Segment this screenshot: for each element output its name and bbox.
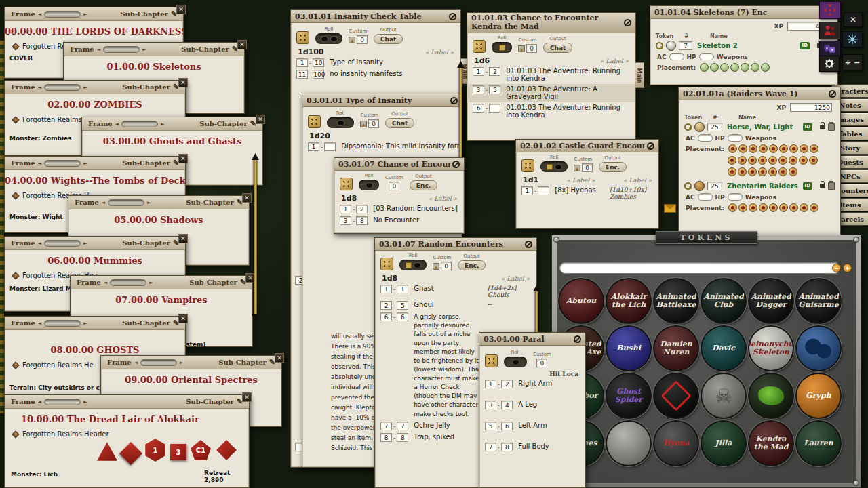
table-row[interactable]: 5-6Left Arm	[479, 420, 585, 432]
table-row[interactable]: 1-10Type of Insanity	[291, 57, 460, 68]
encounter-window-raiders[interactable]: 02.01.01a (Raiders Wave 1) XP1250 Token#…	[678, 87, 841, 243]
range-to-field[interactable]: 10	[313, 58, 324, 67]
prev-arrow-icon[interactable]: ◄	[97, 46, 100, 52]
row-secondary-label[interactable]: [1d4+2x] Ghouls	[488, 285, 531, 298]
placement-token-group[interactable]	[728, 203, 818, 212]
story-title[interactable]: 01.00.00 Skeletons	[64, 62, 244, 72]
prev-arrow-icon[interactable]: ◄	[38, 11, 41, 17]
placement-token[interactable]	[800, 144, 808, 153]
roll-die-button[interactable]	[380, 258, 393, 270]
custom-count-field[interactable]: 0	[368, 119, 379, 128]
roll-die-button[interactable]	[296, 31, 309, 44]
next-arrow-icon[interactable]: ►	[142, 46, 146, 52]
range-from-field[interactable]: 1	[380, 285, 392, 293]
placement-token[interactable]	[758, 167, 767, 176]
placement-token-group[interactable]	[728, 156, 818, 165]
placement-token-group[interactable]	[728, 167, 797, 176]
range-to-field[interactable]: 1	[397, 285, 408, 293]
close-icon[interactable]: ✕	[178, 234, 188, 243]
npc-name-link[interactable]: Zhentarim Raiders wave 1	[727, 182, 798, 190]
frame-slider[interactable]	[108, 199, 144, 206]
prev-arrow-icon[interactable]: ◄	[102, 199, 105, 205]
custom-count-field[interactable]: 0	[536, 359, 547, 367]
gem-bullet-icon[interactable]	[12, 116, 19, 123]
table-row[interactable]: 1-201.01.03 The Adventure: Running into …	[467, 66, 635, 84]
table-window-chance-of-encounter[interactable]: 03.01.07 Chance of Encounter Roll Custom…	[334, 157, 465, 234]
range-from-field[interactable]: 3	[473, 85, 484, 94]
range-from-field[interactable]: 6	[473, 104, 484, 113]
close-icon[interactable]: ✕	[176, 5, 186, 14]
npc-count-field[interactable]: 7	[679, 41, 692, 50]
token-alokkair-the-lich[interactable]: Alokkair the Lich	[607, 279, 650, 323]
range-to-field[interactable]: 2	[501, 380, 513, 388]
table-row[interactable]: 6-01.01.03 The Adventure: Running into K…	[467, 102, 635, 121]
hp-field[interactable]	[699, 53, 714, 60]
token-animated-guisarme[interactable]: Animated Guisarme	[797, 279, 840, 323]
story-title[interactable]: 00.00.00 THE LORDS OF DARKNESS	[5, 26, 183, 37]
placement-token[interactable]	[768, 167, 777, 176]
placement-token[interactable]	[769, 203, 778, 212]
row-label[interactable]: No Encounter	[373, 216, 458, 224]
d10-die-icon[interactable]: C1	[191, 440, 211, 460]
tab-main[interactable]: Main	[635, 62, 644, 88]
npc-token-thumb[interactable]	[666, 41, 676, 51]
next-arrow-icon[interactable]: ►	[83, 11, 87, 17]
ac-field[interactable]	[698, 134, 713, 142]
placement-token[interactable]	[778, 167, 787, 176]
custom-toggle[interactable]: ▲	[360, 121, 367, 127]
placement-token[interactable]	[800, 203, 808, 212]
row-label[interactable]: 01.01.03 The Adventure: Running into Ken…	[506, 104, 623, 119]
row-label[interactable]: Left Arm	[518, 422, 580, 429]
next-arrow-icon[interactable]: ►	[83, 240, 87, 246]
roll-die-button[interactable]	[485, 354, 498, 367]
dice-tower-icon[interactable]	[819, 41, 841, 57]
token-lauren[interactable]: Lauren	[797, 422, 840, 465]
token-image-19[interactable]	[607, 422, 650, 465]
npc-name-link[interactable]: Horse, War, Light	[727, 123, 798, 131]
token-animated-club[interactable]: Animated Club	[702, 279, 745, 323]
table-row[interactable]: 1-1Ghast[1d4+2x] Ghouls	[375, 283, 536, 300]
placement-token[interactable]	[758, 156, 767, 165]
range-from-field[interactable]: 1	[340, 205, 351, 214]
placement-token[interactable]	[810, 144, 818, 153]
placement-token[interactable]	[738, 144, 747, 153]
output-button[interactable]: Enc.	[458, 260, 486, 270]
hp-field[interactable]	[728, 134, 743, 142]
placement-token[interactable]	[749, 144, 757, 153]
story-title[interactable]: 09.00.00 Oriental Spectres	[101, 375, 281, 385]
token-damien-nuren[interactable]: Damien Nuren	[654, 327, 698, 370]
token-jilla[interactable]: Jilla	[702, 422, 745, 465]
dice-slot[interactable]	[359, 180, 379, 190]
lock-icon[interactable]	[820, 184, 825, 188]
prev-arrow-icon[interactable]: ◄	[104, 279, 107, 285]
roll-die-button[interactable]	[340, 178, 353, 190]
frame-slider[interactable]	[44, 399, 81, 405]
row-label[interactable]: Right Arm	[518, 380, 580, 387]
lock-icon[interactable]	[452, 161, 460, 168]
story-title[interactable]: 10.00.00 The Dread Lair of Alokkair	[21, 414, 249, 424]
npc-count-field[interactable]: 25	[707, 182, 722, 190]
range-to-field[interactable]: 8	[397, 433, 408, 442]
placement-token[interactable]	[768, 156, 777, 165]
d4-die-icon[interactable]	[97, 441, 117, 462]
next-arrow-icon[interactable]: ►	[83, 320, 87, 326]
next-arrow-icon[interactable]: ►	[161, 121, 164, 127]
lock-icon[interactable]	[624, 19, 631, 26]
placement-token[interactable]	[789, 156, 797, 165]
row-label[interactable]: A grisly corpse, partially devoured, fal…	[414, 312, 481, 419]
placement-token[interactable]	[728, 144, 737, 153]
story-title[interactable]: 08.00.00 GHOSTS	[5, 345, 185, 355]
roll-die-button[interactable]	[521, 159, 534, 172]
token-deinonychus-skeleton[interactable]: Deinonychus Skeleton	[749, 327, 793, 370]
table-window-kendra[interactable]: 01.01.03 Chance to Encounter Kendra the …	[467, 12, 636, 141]
trash-icon[interactable]	[828, 123, 835, 131]
token-gryph[interactable]: Gryph	[797, 374, 840, 418]
token-kendra-the-mad[interactable]: Kendra the Mad	[749, 422, 793, 465]
frame-slider[interactable]	[44, 320, 81, 327]
gem-bullet-icon[interactable]	[12, 272, 19, 279]
next-arrow-icon[interactable]: ►	[83, 399, 87, 405]
placement-token[interactable]	[789, 144, 798, 153]
range-from-field[interactable]: 5	[485, 422, 496, 430]
story-window-dread-lair[interactable]: ✕ Frame ◄ ► Sub-Chapter ✎ 10.00.00 The D…	[4, 394, 250, 488]
frame-slider[interactable]	[110, 279, 146, 286]
